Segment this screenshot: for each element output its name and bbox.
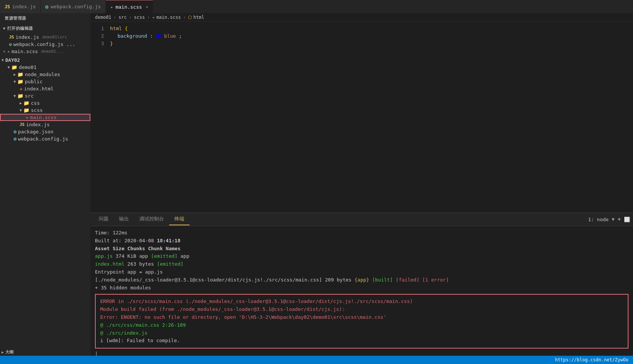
folder-scss-icon: 📁 bbox=[23, 107, 29, 113]
folder-label: css bbox=[31, 100, 40, 106]
tree-demo01[interactable]: ▼ 📁 demo01 bbox=[0, 64, 90, 71]
chevron-down-icon: ▼ bbox=[3, 26, 6, 31]
tab-index-js[interactable]: JS index.js bbox=[0, 0, 41, 13]
entrypoint-line: Entrypoint app = app.js bbox=[95, 268, 628, 276]
line-number: 2 bbox=[93, 33, 104, 39]
chevron-down-icon: ▼ bbox=[20, 108, 22, 112]
terminal-output[interactable]: Time: 122ms Built at: 2020-04-08 18:41:1… bbox=[90, 226, 633, 356]
tree-scss[interactable]: ▼ 📁 scss bbox=[0, 107, 90, 114]
add-terminal-button[interactable]: + bbox=[618, 216, 621, 223]
color-swatch-blue bbox=[157, 34, 161, 38]
scss-icon: ✦ bbox=[26, 115, 29, 120]
maximize-button[interactable]: ⬜ bbox=[624, 217, 630, 222]
open-file-index-js[interactable]: JS index.js demo01\src bbox=[0, 34, 90, 41]
dropdown-label: 1: node bbox=[588, 217, 609, 222]
open-file-webpack[interactable]: ⚙ webpack.config.js ... bbox=[0, 41, 90, 48]
chevron-right-icon: ▶ bbox=[20, 101, 22, 105]
tree-src[interactable]: ▼ 📁 src bbox=[0, 92, 90, 99]
js-icon: JS bbox=[9, 35, 14, 40]
file-tree: ▼ DAY02 ▼ 📁 demo01 ▶ 📁 node_modules ▼ 📁 … bbox=[0, 57, 90, 142]
webpack-icon: ⚙ bbox=[14, 136, 17, 142]
chevron-right-icon: ▶ bbox=[14, 72, 16, 76]
chevron-right-icon: ▶ bbox=[2, 350, 4, 354]
file-path-scss: demo01... bbox=[41, 49, 64, 54]
close-icon[interactable]: ✕ bbox=[3, 49, 6, 54]
indexhtml-line: index.html 263 bytes [emitted] bbox=[95, 260, 628, 268]
scss-icon: ✦ bbox=[110, 4, 113, 10]
breadcrumb: demo01 › src › scss › ✦ main.scss › ⬡ ht… bbox=[90, 13, 633, 21]
folder-label: demo01 bbox=[19, 64, 37, 70]
folder-label: src bbox=[25, 93, 34, 99]
chevron-down-icon: ▼ bbox=[14, 80, 16, 84]
tab-main-scss[interactable]: ✦ main.scss ✕ bbox=[106, 0, 153, 13]
code-line-1: 1 html { bbox=[90, 24, 633, 32]
file-label: webpack.config.js bbox=[18, 136, 68, 142]
tab-label: index.js bbox=[12, 4, 36, 9]
module-error-line: [./node_modules/_css-loader@3.5.1@css-lo… bbox=[95, 276, 628, 284]
tree-package-json[interactable]: ⚙ package.json bbox=[0, 128, 90, 135]
folder-label: public bbox=[25, 79, 43, 84]
open-file-main-scss[interactable]: ✕ ✦ main.scss demo01... bbox=[0, 48, 90, 55]
line-number: 3 bbox=[93, 41, 104, 46]
file-path: demo01\src bbox=[42, 35, 67, 40]
tree-main-scss[interactable]: ✦ main.scss bbox=[0, 114, 90, 121]
breadcrumb-sep: › bbox=[129, 15, 131, 20]
code-line-2: 2 background : blue ; bbox=[90, 32, 633, 40]
webpack-icon: ⚙ bbox=[9, 42, 12, 47]
folder-icon: 📁 bbox=[17, 93, 23, 99]
file-label: package.json bbox=[18, 129, 54, 135]
tree-day02[interactable]: ▼ DAY02 bbox=[0, 57, 90, 64]
asset-header: Asset Size Chunks Chunk Names bbox=[95, 245, 628, 253]
tree-public[interactable]: ▼ 📁 public bbox=[0, 78, 90, 85]
file-label: index.html bbox=[24, 86, 54, 92]
sidebar: 资源管理器 ▼ 打开的编辑器 JS index.js demo01\src ⚙ … bbox=[0, 13, 90, 356]
panel-area: 问题 输出 调试控制台 终端 1: node ▼ + ⬜ Time: 122ms… bbox=[90, 213, 633, 356]
folder-label: scss bbox=[31, 107, 43, 113]
built-line: Built at: 2020-04-08 18:41:18 bbox=[95, 237, 628, 245]
editor-area: demo01 › src › scss › ✦ main.scss › ⬡ ht… bbox=[90, 13, 633, 356]
error-line-6: i [wdm]: Failed to compile. bbox=[100, 337, 623, 345]
tab-terminal[interactable]: 终端 bbox=[169, 213, 190, 225]
folder-icon: 📁 bbox=[17, 79, 23, 84]
status-url: https://blog.csdn.net/ZywOo bbox=[555, 357, 628, 362]
tree-index-html[interactable]: ◈ index.html bbox=[0, 85, 90, 92]
appjs-line: app.js 374 KiB app [emitted] app bbox=[95, 252, 628, 260]
chevron-down-icon: ▼ bbox=[612, 217, 614, 222]
outline-toggle[interactable]: ▶ 大纲 bbox=[0, 349, 90, 356]
breadcrumb-item: src bbox=[119, 15, 127, 20]
hidden-modules-line: + 35 hidden modules bbox=[95, 284, 628, 292]
tab-label: main.scss bbox=[115, 4, 142, 10]
close-icon[interactable]: ✕ bbox=[146, 5, 148, 9]
tree-node-modules[interactable]: ▶ 📁 node_modules bbox=[0, 71, 90, 78]
outline-area: ▶ 大纲 bbox=[0, 341, 90, 356]
tab-webpack-config-js[interactable]: ⚙ webpack.config.js bbox=[41, 0, 106, 13]
open-editors-section: ▼ 打开的编辑器 bbox=[0, 23, 90, 34]
json-icon: ⚙ bbox=[14, 129, 17, 135]
breadcrumb-sep: › bbox=[183, 15, 186, 20]
line-number: 1 bbox=[93, 26, 104, 31]
code-line-3: 3 } bbox=[90, 40, 633, 47]
chevron-down-icon: ▼ bbox=[14, 94, 16, 98]
breadcrumb-item: main.scss bbox=[156, 15, 181, 20]
js-icon: JS bbox=[20, 122, 24, 127]
tab-problems[interactable]: 问题 bbox=[93, 213, 114, 225]
error-box: ERROR in ./src/scss/main.css (./node_mod… bbox=[95, 294, 628, 349]
tab-label: webpack.config.js bbox=[51, 4, 101, 9]
breadcrumb-item: html bbox=[193, 15, 204, 20]
folder-icon: 📁 bbox=[11, 64, 17, 70]
tree-src-index-js[interactable]: JS index.js bbox=[0, 121, 90, 128]
tree-webpack-config[interactable]: ⚙ webpack.config.js bbox=[0, 135, 90, 142]
scss-icon-small: ✦ bbox=[152, 15, 155, 20]
tab-bar: JS index.js ⚙ webpack.config.js ✦ main.s… bbox=[0, 0, 633, 13]
error-line-2: Module build failed (from ./node_modules… bbox=[100, 306, 623, 314]
tab-output[interactable]: 输出 bbox=[114, 213, 134, 225]
breadcrumb-sep: › bbox=[147, 15, 150, 20]
tree-root-label: DAY02 bbox=[5, 57, 20, 63]
scss-icon: ✦ bbox=[7, 49, 10, 54]
folder-label: node_modules bbox=[25, 72, 60, 77]
tab-debug-console[interactable]: 调试控制台 bbox=[134, 213, 169, 225]
tree-css[interactable]: ▶ 📁 css bbox=[0, 99, 90, 107]
code-editor[interactable]: 1 html { 2 background : blue ; bbox=[90, 21, 633, 213]
js-icon: JS bbox=[5, 4, 10, 9]
error-line-4: @ ./src/css/main.css 2:26-109 bbox=[100, 321, 623, 329]
